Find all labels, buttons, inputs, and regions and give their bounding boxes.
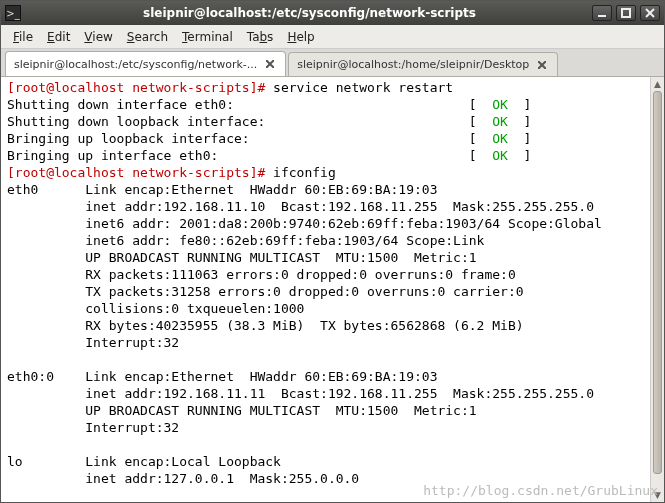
out-bringup-eth0: Bringing up interface eth0: [ <box>7 148 492 163</box>
close-icon <box>645 8 655 18</box>
ifconfig-lo-line2: inet addr:127.0.0.1 Mask:255.0.0.0 <box>7 471 359 486</box>
ifconfig-eth0-line6: RX packets:111063 errors:0 dropped:0 ove… <box>7 267 516 282</box>
titlebar: >_ sleipnir@localhost:/etc/sysconfig/net… <box>1 1 664 25</box>
ifconfig-eth00-line1: eth0:0 Link encap:Ethernet HWaddr 60:EB:… <box>7 369 437 384</box>
menu-edit-label: dit <box>55 30 71 44</box>
cmd-service-restart: service network restart <box>273 80 453 95</box>
vertical-scrollbar[interactable]: ▲ ▼ <box>650 77 664 502</box>
menu-search[interactable]: Search <box>121 28 174 46</box>
scrollbar-thumb[interactable] <box>653 91 662 474</box>
out-bringup-lo: Bringing up loopback interface: [ <box>7 131 492 146</box>
menu-help-label: elp <box>296 30 314 44</box>
menu-file[interactable]: File <box>7 28 39 46</box>
menu-tabs[interactable]: Tabs <box>241 28 280 46</box>
ifconfig-eth0-line10: Interrupt:32 <box>7 335 179 350</box>
close-icon <box>538 61 546 69</box>
ifconfig-eth00-line4: Interrupt:32 <box>7 420 179 435</box>
status-ok: OK <box>492 131 508 146</box>
ifconfig-eth00-line3: UP BROADCAST RUNNING MULTICAST MTU:1500 … <box>7 403 477 418</box>
ifconfig-eth0-line3: inet6 addr: 2001:da8:200b:9740:62eb:69ff… <box>7 216 602 231</box>
terminal-area: [root@localhost network-scripts]# servic… <box>1 77 664 502</box>
ifconfig-eth0-line2: inet addr:192.168.11.10 Bcast:192.168.11… <box>7 199 594 214</box>
ifconfig-eth0-line4: inet6 addr: fe80::62eb:69ff:feba:1903/64… <box>7 233 484 248</box>
maximize-button[interactable] <box>616 5 636 21</box>
status-ok: OK <box>492 148 508 163</box>
maximize-icon <box>621 8 631 18</box>
menu-terminal[interactable]: Terminal <box>176 28 239 46</box>
terminal-app-icon: >_ <box>5 5 21 21</box>
cmd-ifconfig: ifconfig <box>273 165 336 180</box>
tab-0-close[interactable] <box>263 57 277 71</box>
ifconfig-eth0-line1: eth0 Link encap:Ethernet HWaddr 60:EB:69… <box>7 182 437 197</box>
window-controls <box>592 5 660 21</box>
menu-help[interactable]: Help <box>281 28 320 46</box>
close-button[interactable] <box>640 5 660 21</box>
out-shutdown-eth0: Shutting down interface eth0: [ <box>7 97 492 112</box>
tabbar: sleipnir@localhost:/etc/sysconfig/networ… <box>1 49 664 77</box>
ifconfig-eth0-line7: TX packets:31258 errors:0 dropped:0 over… <box>7 284 524 299</box>
menu-tabs-label: s <box>267 30 273 44</box>
tab-1[interactable]: sleipnir@localhost:/home/sleipnir/Deskto… <box>288 52 558 76</box>
ifconfig-eth00-line2: inet addr:192.168.11.11 Bcast:192.168.11… <box>7 386 594 401</box>
scroll-up-arrow[interactable]: ▲ <box>651 77 664 91</box>
tab-1-close[interactable] <box>535 58 549 72</box>
menu-view-label: iew <box>92 30 113 44</box>
status-ok: OK <box>492 114 508 129</box>
prompt-2: [root@localhost network-scripts]# <box>7 165 273 180</box>
menu-terminal-label: erminal <box>187 30 232 44</box>
minimize-button[interactable] <box>592 5 612 21</box>
ifconfig-eth0-line5: UP BROADCAST RUNNING MULTICAST MTU:1500 … <box>7 250 477 265</box>
terminal-output[interactable]: [root@localhost network-scripts]# servic… <box>1 77 664 502</box>
close-icon <box>266 60 274 68</box>
minimize-icon <box>597 8 607 18</box>
ifconfig-eth0-line8: collisions:0 txqueuelen:1000 <box>7 301 304 316</box>
out-shutdown-lo: Shutting down loopback interface: [ <box>7 114 492 129</box>
menubar: File Edit View Search Terminal Tabs Help <box>1 25 664 49</box>
tab-0-label: sleipnir@localhost:/etc/sysconfig/networ… <box>14 58 257 71</box>
ifconfig-lo-line1: lo Link encap:Local Loopback <box>7 454 281 469</box>
tab-1-label: sleipnir@localhost:/home/sleipnir/Deskto… <box>297 58 529 71</box>
svg-rect-1 <box>622 9 630 17</box>
menu-search-label: earch <box>134 30 168 44</box>
window-title: sleipnir@localhost:/etc/sysconfig/networ… <box>27 6 592 20</box>
status-ok: OK <box>492 97 508 112</box>
scroll-down-arrow[interactable]: ▼ <box>651 488 664 502</box>
menu-file-label: ile <box>19 30 33 44</box>
prompt-1: [root@localhost network-scripts]# <box>7 80 273 95</box>
tab-0[interactable]: sleipnir@localhost:/etc/sysconfig/networ… <box>5 51 286 76</box>
menu-edit[interactable]: Edit <box>41 28 76 46</box>
menu-view[interactable]: View <box>78 28 118 46</box>
ifconfig-eth0-line9: RX bytes:40235955 (38.3 MiB) TX bytes:65… <box>7 318 524 333</box>
